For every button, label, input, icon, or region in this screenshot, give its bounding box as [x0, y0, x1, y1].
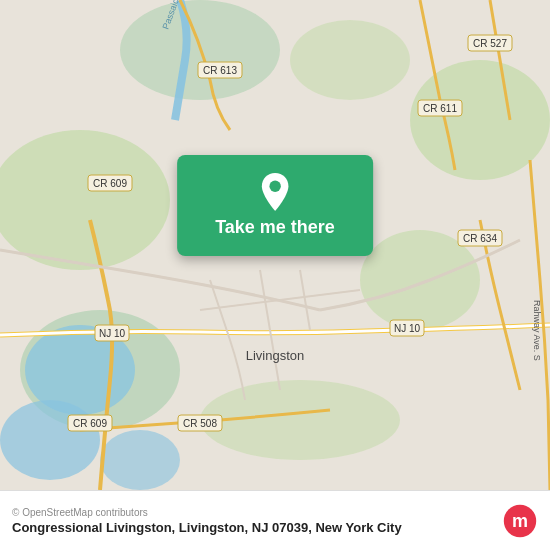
- svg-text:m: m: [512, 511, 528, 531]
- location-pin-icon: [259, 173, 291, 211]
- svg-text:NJ 10: NJ 10: [99, 328, 126, 339]
- location-text: Congressional Livingston, Livingston, NJ…: [12, 520, 402, 535]
- svg-text:CR 609: CR 609: [73, 418, 107, 429]
- svg-text:Livingston: Livingston: [246, 348, 305, 363]
- svg-text:NJ 10: NJ 10: [394, 323, 421, 334]
- bottom-bar: © OpenStreetMap contributors Congression…: [0, 490, 550, 550]
- bottom-left: © OpenStreetMap contributors Congression…: [12, 507, 402, 535]
- svg-text:CR 527: CR 527: [473, 38, 507, 49]
- moovit-logo-icon: m: [502, 503, 538, 539]
- svg-text:CR 613: CR 613: [203, 65, 237, 76]
- svg-text:CR 634: CR 634: [463, 233, 497, 244]
- take-me-there-button[interactable]: Take me there: [177, 155, 373, 256]
- copyright-text: © OpenStreetMap contributors: [12, 507, 402, 518]
- svg-point-9: [100, 430, 180, 490]
- svg-text:CR 508: CR 508: [183, 418, 217, 429]
- take-me-there-label: Take me there: [215, 217, 335, 238]
- svg-text:CR 611: CR 611: [423, 103, 457, 114]
- svg-point-32: [269, 181, 280, 192]
- moovit-logo: m: [502, 503, 538, 539]
- svg-text:Rahway Ave. S: Rahway Ave. S: [532, 300, 542, 361]
- take-me-there-container: Take me there: [177, 155, 373, 256]
- svg-point-7: [290, 20, 410, 100]
- svg-text:CR 609: CR 609: [93, 178, 127, 189]
- map-container: CR 613 CR 527 CR 611 CR 609 NJ 10 NJ 10 …: [0, 0, 550, 490]
